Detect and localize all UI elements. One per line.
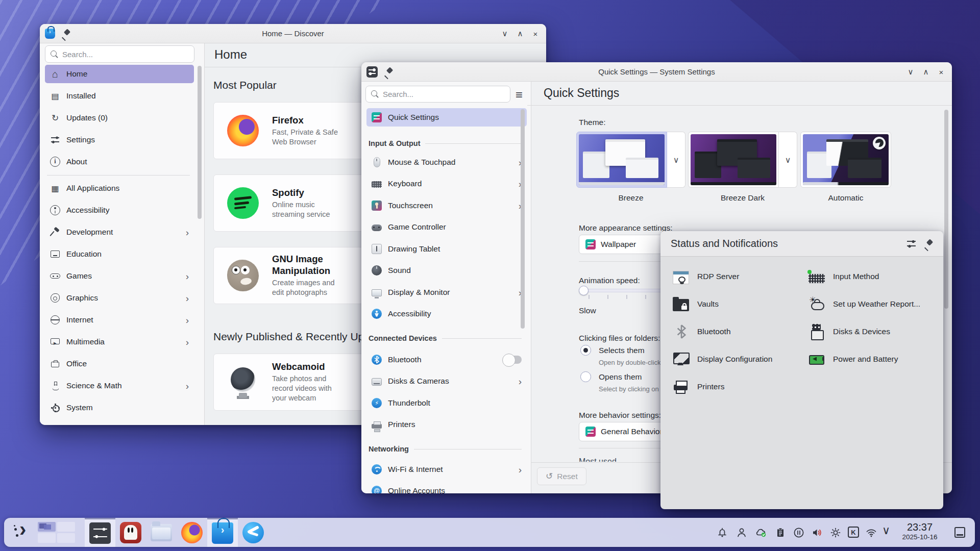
discover-titlebar[interactable]: Home — Discover ∨ ∧ × bbox=[40, 24, 546, 43]
theme-option-automatic[interactable] bbox=[800, 132, 891, 188]
radio-selects-them[interactable] bbox=[580, 345, 591, 356]
show-desktop-button[interactable] bbox=[954, 527, 965, 538]
bluetooth-toggle[interactable] bbox=[503, 356, 522, 364]
popup-item-rdp-server[interactable]: RDP Server bbox=[673, 265, 739, 288]
window-title: Quick Settings — System Settings bbox=[361, 67, 952, 76]
minimize-icon[interactable]: ∨ bbox=[497, 29, 512, 38]
sidebar-item-disks-cameras[interactable]: Disks & Cameras bbox=[366, 372, 527, 390]
sidebar-item-updates[interactable]: Updates (0) bbox=[45, 109, 194, 127]
sidebar-item-drawing-tablet[interactable]: Drawing Tablet bbox=[366, 240, 527, 258]
theme-dropdown-button[interactable]: ∨ bbox=[779, 132, 797, 188]
settings-search[interactable] bbox=[365, 86, 510, 103]
maximize-icon[interactable]: ∧ bbox=[918, 67, 934, 77]
sidebar-item-quick-settings[interactable]: Quick Settings bbox=[366, 108, 527, 127]
volume-icon[interactable] bbox=[811, 527, 823, 539]
task-falkon[interactable] bbox=[238, 518, 268, 547]
pin-icon[interactable] bbox=[61, 29, 70, 38]
popup-item-bluetooth[interactable]: Bluetooth bbox=[673, 320, 731, 343]
pager-desktop-4[interactable] bbox=[57, 533, 75, 543]
reset-button[interactable]: Reset bbox=[537, 467, 586, 485]
minimize-icon[interactable]: ∨ bbox=[903, 67, 918, 77]
virtual-desktop-pager[interactable] bbox=[38, 522, 75, 543]
sidebar-item-development[interactable]: Development bbox=[45, 223, 194, 241]
sidebar-item-display-monitor[interactable]: Display & Monitor bbox=[366, 283, 527, 302]
digital-clock[interactable]: 23:37 2025-10-16 bbox=[893, 521, 946, 541]
popup-item-weather-report[interactable]: Set up Weather Report... bbox=[808, 293, 920, 315]
theme-option-breeze[interactable]: ∨ bbox=[576, 132, 685, 188]
close-icon[interactable]: × bbox=[934, 68, 949, 77]
brightness-icon[interactable] bbox=[829, 527, 842, 539]
sidebar-item-mouse-touchpad[interactable]: Mouse & Touchpad bbox=[366, 153, 527, 171]
app-launcher-button[interactable] bbox=[11, 522, 34, 543]
sidebar-item-games[interactable]: Games bbox=[45, 267, 194, 285]
notifications-bell-icon[interactable] bbox=[716, 527, 728, 539]
popup-item-display-configuration[interactable]: Display Configuration bbox=[673, 348, 772, 370]
task-system-settings[interactable] bbox=[85, 518, 115, 547]
sidebar-item-bluetooth[interactable]: Bluetooth bbox=[366, 350, 527, 369]
chevron-right-icon bbox=[186, 293, 189, 303]
sidebar-scrollbar[interactable] bbox=[198, 66, 202, 219]
sidebar-item-multimedia[interactable]: Multimedia bbox=[45, 333, 194, 351]
sidebar-item-all-applications[interactable]: All Applications bbox=[45, 179, 194, 197]
sidebar-item-installed[interactable]: Installed bbox=[45, 87, 194, 105]
user-icon[interactable] bbox=[736, 527, 748, 539]
sidebar-item-home[interactable]: Home bbox=[45, 65, 194, 83]
theme-option-breeze-dark[interactable]: ∨ bbox=[688, 132, 797, 188]
sidebar-item-about[interactable]: About bbox=[45, 153, 194, 171]
sidebar-item-science-math[interactable]: Science & Math bbox=[45, 377, 194, 395]
sidebar-item-touchscreen[interactable]: Touchscreen bbox=[366, 196, 527, 215]
settings-titlebar[interactable]: Quick Settings — System Settings ∨ ∧ × bbox=[361, 62, 952, 82]
task-firefox[interactable] bbox=[177, 518, 207, 547]
cloud-sync-icon[interactable] bbox=[755, 527, 767, 539]
sidebar-item-internet[interactable]: Internet bbox=[45, 311, 194, 329]
close-icon[interactable]: × bbox=[528, 30, 543, 38]
popup-header: Status and Notifications bbox=[660, 231, 943, 257]
sidebar-item-education[interactable]: Education bbox=[45, 245, 194, 263]
popup-item-vaults[interactable]: Vaults bbox=[673, 293, 719, 315]
sidebar-item-online-accounts[interactable]: Online Accounts bbox=[366, 482, 527, 493]
sidebar-scrollbar[interactable] bbox=[521, 109, 525, 329]
wifi-icon[interactable] bbox=[865, 527, 877, 539]
sidebar-item-printers[interactable]: Printers bbox=[366, 415, 527, 434]
sidebar-item-settings[interactable]: Settings bbox=[45, 131, 194, 149]
home-icon bbox=[50, 69, 60, 79]
sidebar-item-sound[interactable]: Sound bbox=[366, 261, 527, 280]
slider-handle[interactable] bbox=[579, 286, 589, 295]
sidebar-item-graphics[interactable]: Graphics bbox=[45, 289, 194, 307]
content-scrollbar[interactable] bbox=[944, 110, 948, 309]
media-pause-icon[interactable] bbox=[793, 527, 805, 539]
sidebar-item-game-controller[interactable]: Game Controller bbox=[366, 218, 527, 236]
search-input[interactable] bbox=[383, 90, 505, 98]
tray-expand-chevron-icon[interactable]: ∨ bbox=[880, 525, 892, 537]
task-discover[interactable] bbox=[207, 518, 238, 547]
task-ghostwriter[interactable] bbox=[115, 518, 146, 547]
pager-desktop-3[interactable] bbox=[38, 533, 56, 543]
sidebar-item-system[interactable]: System bbox=[45, 398, 194, 417]
disk-icon bbox=[372, 378, 382, 386]
search-input[interactable] bbox=[62, 50, 189, 59]
kate-icon[interactable]: K bbox=[848, 527, 859, 538]
popup-item-input-method[interactable]: Input Method bbox=[808, 265, 879, 288]
pager-desktop-2[interactable] bbox=[57, 522, 75, 532]
clipboard-icon[interactable] bbox=[774, 527, 787, 539]
pin-icon[interactable] bbox=[924, 239, 933, 248]
maximize-icon[interactable]: ∧ bbox=[512, 29, 528, 38]
discover-search[interactable] bbox=[45, 45, 194, 63]
pager-desktop-1[interactable] bbox=[38, 522, 56, 532]
sidebar-item-accessibility[interactable]: Accessibility bbox=[45, 201, 194, 219]
radio-opens-them[interactable] bbox=[580, 371, 591, 382]
theme-dropdown-button[interactable]: ∨ bbox=[667, 132, 685, 188]
sidebar-item-accessibility[interactable]: Accessibility bbox=[366, 305, 527, 323]
popup-item-printers[interactable]: Printers bbox=[673, 375, 724, 398]
task-file-manager[interactable] bbox=[146, 518, 177, 547]
hamburger-menu-icon[interactable] bbox=[516, 88, 523, 102]
pin-icon[interactable] bbox=[384, 67, 393, 77]
sidebar-item-thunderbolt[interactable]: Thunderbolt bbox=[366, 394, 527, 412]
popup-item-disks-devices[interactable]: Disks & Devices bbox=[808, 320, 890, 343]
sidebar-item-office[interactable]: Office bbox=[45, 355, 194, 373]
configure-icon[interactable] bbox=[906, 239, 917, 249]
sidebar-item-keyboard[interactable]: Keyboard bbox=[366, 174, 527, 193]
accessibility-icon bbox=[372, 309, 382, 319]
sidebar-item-wifi-internet[interactable]: Wi-Fi & Internet bbox=[366, 460, 527, 479]
popup-item-power-battery[interactable]: Power and Battery bbox=[808, 348, 898, 370]
